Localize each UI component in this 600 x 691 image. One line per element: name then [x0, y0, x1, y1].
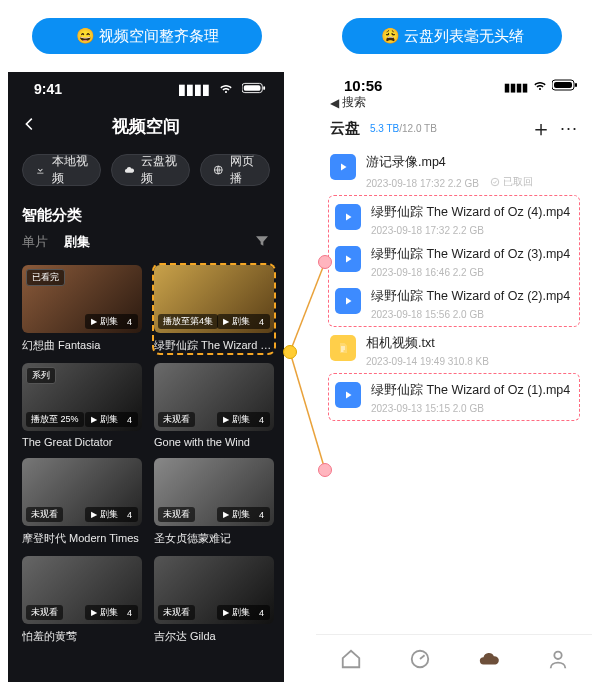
file-meta: 2023-09-18 17:32 2.2 GB — [371, 225, 573, 236]
category-tabs: 单片 剧集 — [8, 229, 284, 261]
more-button[interactable]: ··· — [560, 118, 578, 139]
badge-series: 剧集 4 — [217, 605, 270, 620]
svg-rect-6 — [575, 83, 577, 87]
download-icon — [35, 163, 46, 177]
chip-cloud-video[interactable]: 云盘视频 — [111, 154, 190, 186]
chevron-left-icon: ◀ — [330, 96, 339, 110]
badge-series: 剧集 4 — [217, 314, 270, 329]
file-item[interactable]: 相机视频.txt 2023-09-14 19:49 310.8 KB — [326, 329, 582, 371]
status-bar: 9:41 ▮▮▮▮ — [8, 72, 284, 106]
search-back[interactable]: ◀ 搜索 — [316, 94, 592, 111]
signal-icon: ▮▮▮▮ — [504, 81, 528, 93]
badge-series: 剧集 4 — [85, 314, 138, 329]
video-card[interactable]: 未观看 剧集 4 摩登时代 Modern Times — [22, 458, 142, 546]
file-name: 绿野仙踪 The Wizard of Oz (2).mp4 — [371, 288, 573, 305]
video-card[interactable]: 未观看 剧集 4 怕羞的黄莺 — [22, 556, 142, 644]
nav-home[interactable] — [340, 648, 362, 670]
badge-series: 剧集 4 — [217, 412, 270, 427]
tab-single[interactable]: 单片 — [22, 233, 48, 251]
badge-top-left: 系列 — [26, 367, 56, 384]
file-item[interactable]: 绿野仙踪 The Wizard of Oz (1).mp4 2023-09-13… — [331, 376, 577, 418]
emoji-weary: 😩 — [381, 27, 400, 45]
file-name: 绿野仙踪 The Wizard of Oz (1).mp4 — [371, 382, 573, 399]
badge-series: 剧集 4 — [217, 507, 270, 522]
status-bar: 10:56 ▮▮▮▮ — [316, 72, 592, 94]
nav-cloud[interactable] — [478, 648, 500, 670]
back-button[interactable] — [20, 113, 38, 139]
video-title: 圣女贞德蒙难记 — [154, 531, 274, 546]
globe-icon — [213, 163, 224, 177]
drive-header: 云盘 5.3 TB/12.0 TB ＋ ··· — [316, 111, 592, 144]
svg-rect-1 — [244, 85, 261, 91]
svg-rect-2 — [263, 86, 265, 90]
file-list[interactable]: 游记录像.mp4 2023-09-18 17:32 2.2 GB 已取回 绿野仙… — [316, 144, 592, 421]
file-item[interactable]: 绿野仙踪 The Wizard of Oz (4).mp4 2023-09-18… — [331, 198, 577, 240]
tab-cloud-drive[interactable]: 云盘 — [330, 119, 360, 138]
video-card[interactable]: 未观看 剧集 4 Gone with the Wind — [154, 363, 274, 448]
svg-rect-5 — [554, 82, 572, 88]
file-name: 绿野仙踪 The Wizard of Oz (4).mp4 — [371, 204, 573, 221]
signal-icon: ▮▮▮▮ — [178, 81, 210, 97]
storage-indicator: 5.3 TB/12.0 TB — [370, 123, 437, 134]
text-file-icon — [330, 335, 356, 361]
video-card-highlighted[interactable]: 播放至第4集 剧集 4 绿野仙踪 The Wizard of Oz — [154, 265, 274, 353]
banner-left-text: 视频空间整齐条理 — [99, 27, 219, 46]
battery-icon — [242, 81, 266, 97]
video-file-icon — [330, 154, 356, 180]
status-icons: ▮▮▮▮ — [174, 81, 266, 97]
video-card[interactable]: 已看完 剧集 4 幻想曲 Fantasia — [22, 265, 142, 353]
connector-dot-target — [318, 255, 332, 269]
nav-profile[interactable] — [547, 648, 569, 670]
file-name: 绿野仙踪 The Wizard of Oz (3).mp4 — [371, 246, 573, 263]
video-file-icon — [335, 382, 361, 408]
chip-web-play[interactable]: 网页播 — [200, 154, 270, 186]
chip-local-video[interactable]: 本地视频 — [22, 154, 101, 186]
file-meta: 2023-09-18 17:32 2.2 GB 已取回 — [366, 175, 578, 189]
related-group: 绿野仙踪 The Wizard of Oz (1).mp4 2023-09-13… — [328, 373, 580, 421]
file-meta: 2023-09-18 15:56 2.0 GB — [371, 309, 573, 320]
badge-bottom-left: 未观看 — [158, 412, 195, 427]
file-item[interactable]: 绿野仙踪 The Wizard of Oz (2).mp4 2023-09-18… — [331, 282, 577, 324]
status-time: 10:56 — [344, 77, 382, 94]
tab-series[interactable]: 剧集 — [64, 233, 90, 251]
badge-bottom-left: 播放至第4集 — [158, 314, 218, 329]
badge-series: 剧集 4 — [85, 507, 138, 522]
banner-left: 😄 视频空间整齐条理 — [32, 18, 262, 54]
status-icons: ▮▮▮▮ — [504, 77, 578, 94]
video-card[interactable]: 未观看 剧集 4 圣女贞德蒙难记 — [154, 458, 274, 546]
video-file-icon — [335, 288, 361, 314]
video-title: 幻想曲 Fantasia — [22, 338, 142, 353]
add-button[interactable]: ＋ — [530, 114, 552, 144]
badge-bottom-left: 播放至 25% — [26, 412, 84, 427]
file-meta: 2023-09-13 15:15 2.0 GB — [371, 403, 573, 414]
video-title: The Great Dictator — [22, 436, 142, 448]
nav-speed[interactable] — [409, 648, 431, 670]
badge-bottom-left: 未观看 — [26, 605, 63, 620]
emoji-smile: 😄 — [76, 27, 95, 45]
bottom-nav — [316, 634, 592, 682]
file-meta: 2023-09-18 16:46 2.2 GB — [371, 267, 573, 278]
video-file-icon — [335, 204, 361, 230]
badge-top-left: 已看完 — [26, 269, 65, 286]
wifi-icon — [218, 81, 238, 97]
video-title: 摩登时代 Modern Times — [22, 531, 142, 546]
file-item[interactable]: 游记录像.mp4 2023-09-18 17:32 2.2 GB 已取回 — [326, 148, 582, 193]
cloud-icon — [124, 163, 135, 177]
battery-icon — [552, 77, 578, 94]
banner-right-text: 云盘列表毫无头绪 — [404, 27, 524, 46]
wifi-icon — [532, 77, 552, 94]
header: 视频空间 — [8, 106, 284, 146]
file-item[interactable]: 绿野仙踪 The Wizard of Oz (3).mp4 2023-09-18… — [331, 240, 577, 282]
badge-bottom-left: 未观看 — [26, 507, 63, 522]
video-title: Gone with the Wind — [154, 436, 274, 448]
video-card[interactable]: 系列 播放至 25% 剧集 4 The Great Dictator — [22, 363, 142, 448]
video-title: 吉尔达 Gilda — [154, 629, 274, 644]
filter-icon[interactable] — [254, 233, 270, 252]
section-title: 智能分类 — [8, 200, 284, 229]
chip-local-label: 本地视频 — [52, 153, 88, 187]
video-file-icon — [335, 246, 361, 272]
status-time: 9:41 — [34, 81, 62, 97]
video-card[interactable]: 未观看 剧集 4 吉尔达 Gilda — [154, 556, 274, 644]
badge-series: 剧集 4 — [85, 412, 138, 427]
header-title: 视频空间 — [112, 115, 180, 138]
